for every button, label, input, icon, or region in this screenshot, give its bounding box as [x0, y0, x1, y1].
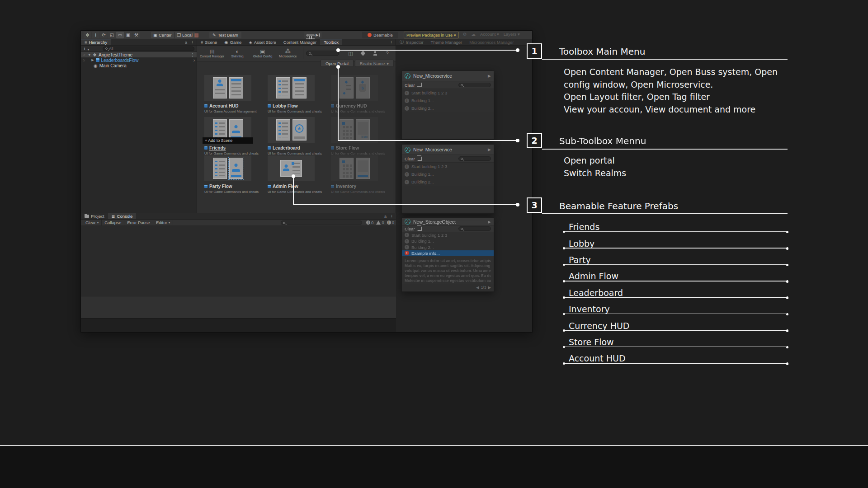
console-clear-dropdown[interactable]: Clear▾	[83, 220, 102, 226]
hierarchy-item-prefab[interactable]: ☞ ▶ LeaderboardsFlow ›	[81, 57, 197, 63]
panel-header[interactable]: New_Microservice▶	[402, 71, 494, 81]
console-error-pause-button[interactable]: Error Pause	[124, 220, 153, 226]
log-row[interactable]: !Building 2...	[402, 104, 494, 112]
layout-filter-button[interactable]: ◫	[345, 47, 356, 59]
kebab-menu-icon[interactable]: ⋮	[190, 52, 195, 57]
lock-icon[interactable]: a	[384, 214, 387, 219]
log-row[interactable]: !Start building 1 2 3	[402, 232, 494, 238]
kebab-menu-icon[interactable]: ⋮	[389, 40, 393, 45]
log-search-input[interactable]	[458, 226, 491, 231]
console-editor-dropdown[interactable]: Editor▾	[153, 220, 173, 226]
log-row[interactable]: !Building 1...	[402, 238, 494, 244]
skinning-button[interactable]: ◐Skinning	[225, 47, 250, 61]
prefab-card-lobby-flow[interactable]: Lobby Flow UI for Game Commands and chea…	[268, 75, 317, 113]
prefab-card-friends[interactable]: + Add to Scene Friends UI for Game Comma…	[204, 117, 254, 155]
tab-asset-store[interactable]: ◈Asset Store	[245, 39, 279, 45]
log-row[interactable]: !Start building 1 2 3	[402, 163, 494, 170]
cloud-icon[interactable]: ☁	[472, 32, 476, 37]
tab-project[interactable]: Project	[81, 213, 108, 219]
clear-button[interactable]: Clear	[405, 156, 415, 161]
info-count-badge[interactable]: !0	[366, 220, 373, 225]
tab-microservices-manager[interactable]: Microservices Manager	[466, 39, 517, 45]
pivot-center-button[interactable]: ▣Center	[151, 32, 174, 38]
log-row-selected[interactable]: !Example info...	[402, 250, 494, 256]
panel-header[interactable]: New_Microservice▶	[402, 145, 494, 155]
toolbox-search-input[interactable]	[306, 51, 340, 56]
prefab-card-inventory[interactable]: Inventory UI for Game Commands and cheat…	[331, 155, 381, 194]
console-log-list[interactable]	[81, 226, 396, 296]
tab-scene[interactable]: #Scene	[197, 39, 221, 45]
move-tool-icon[interactable]: ✛	[92, 32, 99, 38]
pick-toggle-icon[interactable]: ☞	[83, 58, 86, 62]
tag-filter-button[interactable]	[357, 47, 368, 59]
prefab-card-party-flow[interactable]: Party Flow UI for Game Commands and chea…	[204, 155, 254, 194]
warning-count-badge[interactable]: 0	[376, 220, 384, 225]
transform-tool-icon[interactable]: ▣	[124, 32, 132, 38]
log-search-input[interactable]	[458, 83, 491, 87]
play-icon[interactable]: ▶	[488, 220, 491, 224]
tab-theme-manager[interactable]: Theme Manager	[427, 39, 466, 45]
log-row[interactable]: !Building 1...	[402, 97, 494, 104]
gear-icon[interactable]: ⚙	[463, 32, 467, 37]
global-config-button[interactable]: ▣Global Config	[250, 47, 275, 61]
hand-tool-icon[interactable]: ✥	[84, 32, 91, 38]
collapse-caret-icon[interactable]: ▼	[88, 53, 91, 56]
realm-dropdown[interactable]: Realm Name▾	[355, 60, 394, 67]
callout-3-end-dot	[516, 203, 519, 206]
prefab-open-chevron-icon[interactable]: ›	[193, 58, 195, 63]
tab-inspector[interactable]: ⓘInspector	[396, 39, 427, 45]
preview-packages-dropdown[interactable]: Preview Packages in Use▾	[404, 32, 459, 38]
lock-icon[interactable]: a	[185, 40, 187, 45]
tab-content-manager[interactable]: Content Manager	[280, 39, 320, 45]
error-count-badge[interactable]: !0	[387, 220, 394, 225]
add-to-scene-overlay[interactable]: + Add to Scene	[203, 137, 253, 144]
feature-list-item: Account HUD	[569, 350, 788, 366]
hierarchy-item-camera[interactable]: ◉ Main Camera	[81, 63, 197, 68]
thumbnail-page	[276, 77, 290, 99]
prefab-card-leaderboard[interactable]: ★ Leaderboard UI for Game Commands and c…	[268, 117, 317, 155]
microservice-button[interactable]: ⁂Microservice	[276, 47, 300, 61]
console-collapse-button[interactable]: Collapse	[102, 220, 124, 226]
copy-icon[interactable]	[418, 83, 422, 87]
prefab-card-account-hud[interactable]: Account HUD UI for Game Account Manageme…	[204, 75, 254, 113]
beamable-button[interactable]: Beamable	[362, 32, 398, 38]
play-icon[interactable]: ▶	[488, 74, 491, 78]
expand-caret-icon[interactable]: ▶	[91, 58, 94, 62]
rotate-tool-icon[interactable]: ⟳	[100, 32, 108, 38]
tab-toolbox[interactable]: Toolbox	[320, 39, 342, 45]
content-manager-button[interactable]: ▤Content Manager	[200, 47, 224, 61]
clear-button[interactable]: Clear	[405, 226, 415, 231]
scale-tool-icon[interactable]: ◱	[108, 32, 116, 38]
copy-icon[interactable]	[418, 157, 422, 161]
log-row[interactable]: !Start building 1 2 3	[402, 89, 494, 97]
pick-toggle-icon[interactable]: ☞	[83, 53, 86, 57]
play-icon[interactable]: ▶	[488, 147, 491, 152]
orientation-local-button[interactable]: ❒Local	[175, 32, 195, 38]
rect-tool-icon[interactable]: ▭	[116, 32, 124, 38]
kebab-menu-icon[interactable]: ⋮	[190, 40, 194, 45]
custom-tool-icon[interactable]: ⚒	[132, 32, 140, 38]
tab-console[interactable]: ≣Console	[108, 213, 137, 219]
account-button[interactable]	[369, 47, 381, 59]
console-search-input[interactable]	[281, 221, 362, 225]
copy-icon[interactable]	[418, 227, 422, 231]
tab-game[interactable]: ◉Game	[221, 39, 245, 45]
clear-button[interactable]: Clear	[405, 83, 415, 88]
add-object-button[interactable]: + ▾	[83, 46, 89, 52]
hierarchy-search-input[interactable]: All	[103, 47, 194, 51]
log-search-input[interactable]	[458, 156, 491, 161]
log-row[interactable]: !Building 2...	[402, 244, 494, 250]
log-row[interactable]: !Building 1...	[402, 170, 494, 178]
test-beam-button[interactable]: ✎Test Beam	[209, 32, 241, 38]
tab-hierarchy[interactable]: ≡Hierarchy	[81, 39, 111, 45]
next-page-icon[interactable]: ▶	[488, 285, 491, 290]
kebab-menu-icon[interactable]: ⋮	[390, 214, 394, 219]
hierarchy-item-scene[interactable]: ☞ ▼ ❖ AngieTestTheme ⋮	[81, 52, 197, 57]
panel-header[interactable]: New_StorageObject▶	[402, 218, 494, 225]
help-button[interactable]: ?	[382, 47, 393, 59]
account-dropdown[interactable]: Account ▾	[480, 32, 499, 37]
grid-snap-icon[interactable]: ▦	[193, 32, 200, 38]
layers-dropdown[interactable]: Layers ▾	[504, 32, 520, 37]
log-row[interactable]: !Building 2...	[402, 178, 494, 186]
prev-page-icon[interactable]: ◀	[476, 285, 479, 290]
